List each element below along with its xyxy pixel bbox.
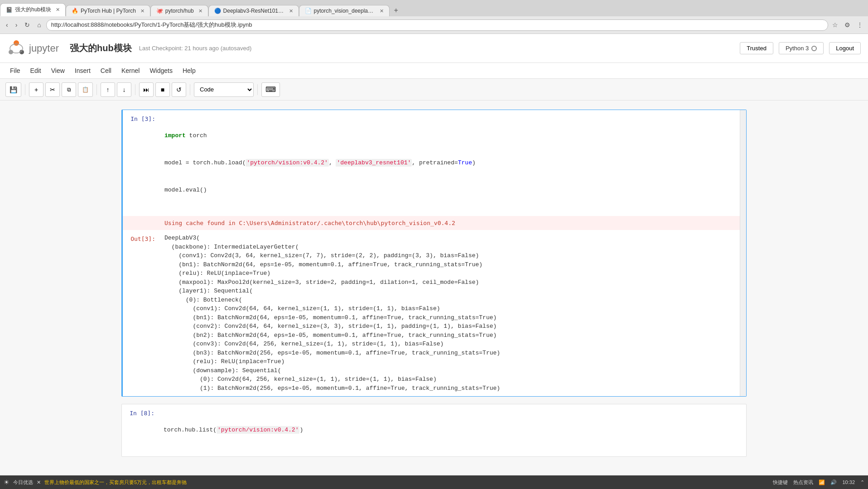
restart-button[interactable]: ↺ [172, 82, 186, 97]
status-icon-1: ☀ [4, 479, 10, 486]
cell-type-select[interactable]: Code Markdown Raw NBConvert [194, 82, 254, 97]
toolbar-sep-4 [190, 84, 190, 95]
code-cell-1[interactable]: In [3]: import torch model = torch.hub.l… [121, 110, 747, 397]
tab-close-1[interactable]: ✕ [56, 7, 60, 13]
stderr-prompt-spacer [123, 216, 159, 230]
keyboard-button[interactable]: ⌨ [261, 82, 280, 97]
tab-3[interactable]: 🐙 pytorch/hub ✕ [150, 5, 208, 16]
copy-cell-button[interactable]: ⧉ [62, 82, 76, 97]
save-button[interactable]: 💾 [5, 82, 21, 97]
code-line-cell2-1: torch.hub.list('pytorch/vision:v0.4.2') [164, 426, 741, 435]
code-line-2: model = torch.hub.load('pytorch/vision:v… [164, 158, 734, 168]
tab-4[interactable]: 🔵 Deeplabv3-ResNet101 | PyTo... ✕ [208, 5, 299, 16]
menu-bar: File Edit View Insert Cell Kernel Widget… [0, 63, 868, 79]
browser-chrome: 📓 强大的hub模块 ✕ 🔥 PyTorch Hub | PyTorch ✕ 🐙… [0, 0, 868, 34]
tab-active[interactable]: 📓 强大的hub模块 ✕ [0, 3, 66, 16]
cell-code-2[interactable]: torch.hub.list('pytorch/vision:v0.4.2') [158, 404, 746, 456]
status-shortcuts[interactable]: 快捷键 [773, 479, 788, 486]
back-button[interactable]: ‹ [4, 20, 10, 30]
bookmark-button[interactable]: ☆ [831, 20, 839, 30]
menu-insert[interactable]: Insert [70, 65, 95, 77]
tab-2[interactable]: 🔥 PyTorch Hub | PyTorch ✕ [66, 5, 150, 16]
kernel-status: Python 3 [779, 42, 824, 54]
cell-container-1: In [3]: import torch model = torch.hub.l… [121, 110, 747, 397]
menu-view[interactable]: View [47, 65, 69, 77]
cell-output-content-1: DeepLabV3( (backbone): IntermediateLayer… [159, 230, 740, 396]
menu-kernel[interactable]: Kernel [117, 65, 144, 77]
menu-edit[interactable]: Edit [26, 65, 46, 77]
home-button[interactable]: ⌂ [35, 20, 43, 30]
cut-cell-button[interactable]: ✂ [45, 82, 60, 97]
tab-favicon-4: 🔵 [214, 8, 221, 14]
tab-title-1: 强大的hub模块 [15, 6, 51, 14]
menu-help[interactable]: Help [178, 65, 200, 77]
toolbar-sep-5 [257, 84, 258, 95]
stderr-scrollbar[interactable] [740, 216, 746, 230]
jupyter-logo-icon [7, 39, 25, 58]
extensions-button[interactable]: ⚙ [843, 20, 852, 30]
notebook-title[interactable]: 强大的hub模块 [70, 42, 132, 54]
cell-scrollbar-1[interactable] [740, 110, 746, 216]
run-next-button[interactable]: ⏭ [139, 82, 154, 97]
move-up-button[interactable]: ↑ [101, 82, 115, 97]
code-editor-2[interactable]: torch.hub.list('pytorch/vision:v0.4.2') [164, 408, 741, 453]
forward-button[interactable]: › [13, 20, 20, 30]
jupyter-header: jupyter 强大的hub模块 Last Checkpoint: 21 hou… [0, 34, 868, 63]
tab-close-2[interactable]: ✕ [140, 8, 145, 14]
toolbar-sep-2 [96, 84, 97, 95]
menu-button[interactable]: ⋮ [855, 20, 864, 30]
code-cell-2[interactable]: In [8]: torch.hub.list('pytorch/vision:v… [121, 404, 747, 457]
checkpoint-info: Last Checkpoint: 21 hours ago (autosaved… [139, 45, 252, 52]
cell-output-row-1: Out[3]: DeepLabV3( (backbone): Intermedi… [123, 230, 746, 396]
paste-cell-button[interactable]: 📋 [78, 82, 93, 97]
code-line-3: model.eval() [164, 186, 734, 195]
tab-favicon-1: 📓 [6, 7, 12, 13]
tab-close-3[interactable]: ✕ [198, 8, 203, 14]
status-sound-icon: 🔊 [830, 479, 837, 485]
refresh-button[interactable]: ↻ [22, 20, 32, 30]
menu-cell[interactable]: Cell [96, 65, 116, 77]
status-time: 10:32 [842, 479, 855, 485]
kernel-indicator [811, 46, 817, 51]
stderr-output-1: Using cache found in C:\Users\Administra… [159, 216, 740, 230]
kernel-name: Python 3 [786, 45, 809, 52]
toolbar: 💾 + ✂ ⧉ 📋 ↑ ↓ ⏭ ■ ↺ Code Markdown Raw NB… [0, 79, 868, 101]
code-editor-1[interactable]: import torch model = torch.hub.load('pyt… [164, 114, 734, 212]
tab-favicon-2: 🔥 [72, 8, 78, 14]
trusted-button[interactable]: Trusted [740, 42, 773, 54]
jupyter-logo: jupyter [7, 39, 59, 58]
ad-separator: ✕ [37, 479, 41, 485]
status-hot[interactable]: 热点资讯 [793, 479, 813, 486]
status-more[interactable]: ⌃ [860, 479, 864, 485]
menu-file[interactable]: File [5, 65, 25, 77]
url-input[interactable] [46, 19, 828, 31]
ad-text: 世界上物价最低的国家之一，买套房只要5万元，出租车都是奔驰 [44, 479, 187, 486]
header-right: Trusted Python 3 Logout [740, 42, 861, 54]
notebook-area[interactable]: In [3]: import torch model = torch.hub.l… [0, 101, 868, 475]
status-today: 今日优选 [13, 479, 33, 486]
toolbar-sep-3 [135, 84, 135, 95]
status-network-icon: 📶 [819, 479, 825, 485]
tab-bar: 📓 强大的hub模块 ✕ 🔥 PyTorch Hub | PyTorch ✕ 🐙… [0, 0, 868, 16]
interrupt-button[interactable]: ■ [155, 82, 170, 97]
code-line-1: import torch [164, 131, 734, 141]
tab-close-5[interactable]: ✕ [380, 8, 384, 14]
cell-in-prompt-2: In [8]: [122, 404, 158, 456]
new-tab-button[interactable]: + [390, 5, 403, 16]
status-right: 快捷键 热点资讯 📶 🔊 10:32 ⌃ [773, 479, 864, 486]
add-cell-button[interactable]: + [29, 82, 43, 97]
svg-point-0 [14, 40, 19, 46]
cell-in-prompt-1: In [3]: [123, 110, 159, 216]
menu-widgets[interactable]: Widgets [145, 65, 177, 77]
output-scrollbar-1[interactable] [740, 230, 746, 396]
cell-code-1[interactable]: import torch model = torch.hub.load('pyt… [159, 110, 740, 216]
jupyter-logo-text: jupyter [29, 43, 59, 54]
tab-5[interactable]: 📄 pytorch_vision_deeplabv3_res... ✕ [299, 5, 390, 16]
logout-button[interactable]: Logout [829, 42, 861, 54]
cell-out-prompt-1: Out[3]: [123, 230, 159, 396]
stderr-row: Using cache found in C:\Users\Administra… [123, 216, 746, 230]
tab-close-4[interactable]: ✕ [289, 8, 293, 14]
tab-favicon-3: 🐙 [156, 8, 163, 14]
output-text-1: DeepLabV3( (backbone): IntermediateLayer… [164, 234, 734, 393]
move-down-button[interactable]: ↓ [117, 82, 131, 97]
